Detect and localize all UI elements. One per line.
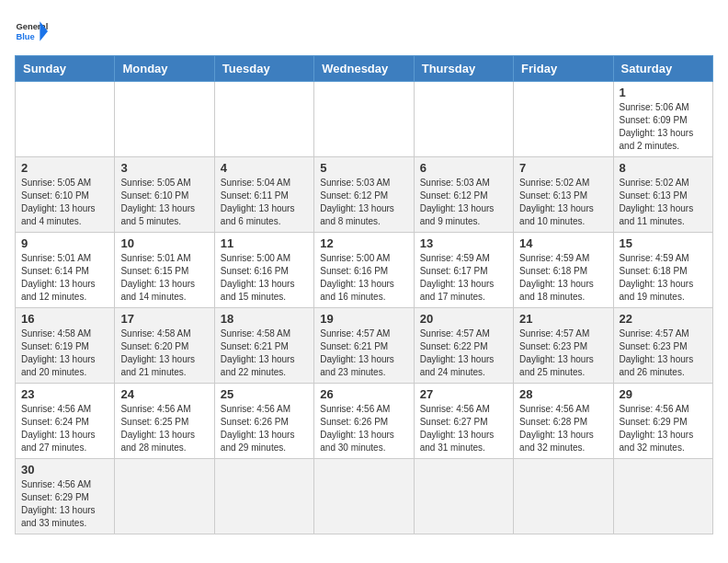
day-info: Sunrise: 4:59 AM Sunset: 6:17 PM Dayligh… xyxy=(420,252,507,304)
day-number: 13 xyxy=(420,236,507,250)
day-info: Sunrise: 5:05 AM Sunset: 6:10 PM Dayligh… xyxy=(120,177,208,228)
day-info: Sunrise: 5:00 AM Sunset: 6:16 PM Dayligh… xyxy=(221,252,308,304)
day-info: Sunrise: 5:02 AM Sunset: 6:13 PM Dayligh… xyxy=(519,177,607,228)
calendar-cell: 3Sunrise: 5:05 AM Sunset: 6:10 PM Daylig… xyxy=(115,157,214,233)
day-info: Sunrise: 4:57 AM Sunset: 6:23 PM Dayligh… xyxy=(519,327,607,379)
calendar-cell: 22Sunrise: 4:57 AM Sunset: 6:23 PM Dayli… xyxy=(613,308,712,384)
day-number: 23 xyxy=(21,387,108,401)
svg-text:Blue: Blue xyxy=(16,32,34,41)
calendar-cell: 29Sunrise: 4:56 AM Sunset: 6:29 PM Dayli… xyxy=(613,384,712,459)
day-number: 27 xyxy=(420,387,507,401)
calendar-cell xyxy=(414,459,513,534)
calendar-week-row: 16Sunrise: 4:58 AM Sunset: 6:19 PM Dayli… xyxy=(16,308,713,384)
calendar-cell: 21Sunrise: 4:57 AM Sunset: 6:23 PM Dayli… xyxy=(514,308,613,384)
calendar-cell: 6Sunrise: 5:03 AM Sunset: 6:12 PM Daylig… xyxy=(414,157,513,233)
calendar-cell: 27Sunrise: 4:56 AM Sunset: 6:27 PM Dayli… xyxy=(414,384,513,459)
day-info: Sunrise: 4:56 AM Sunset: 6:24 PM Dayligh… xyxy=(21,403,108,454)
calendar-cell: 25Sunrise: 4:56 AM Sunset: 6:26 PM Dayli… xyxy=(214,384,313,459)
day-info: Sunrise: 4:56 AM Sunset: 6:27 PM Dayligh… xyxy=(420,403,507,454)
calendar-week-row: 23Sunrise: 4:56 AM Sunset: 6:24 PM Dayli… xyxy=(16,384,713,459)
calendar-cell xyxy=(314,82,414,157)
calendar-table: SundayMondayTuesdayWednesdayThursdayFrid… xyxy=(15,55,713,534)
weekday-header-monday: Monday xyxy=(115,56,214,82)
calendar-cell: 5Sunrise: 5:03 AM Sunset: 6:12 PM Daylig… xyxy=(314,157,414,233)
calendar-cell: 8Sunrise: 5:02 AM Sunset: 6:13 PM Daylig… xyxy=(613,157,712,233)
calendar-week-row: 9Sunrise: 5:01 AM Sunset: 6:14 PM Daylig… xyxy=(16,233,713,308)
calendar-cell: 28Sunrise: 4:56 AM Sunset: 6:28 PM Dayli… xyxy=(514,384,613,459)
calendar-cell: 13Sunrise: 4:59 AM Sunset: 6:17 PM Dayli… xyxy=(414,233,513,308)
calendar-cell xyxy=(115,82,214,157)
calendar-cell xyxy=(115,459,214,534)
day-info: Sunrise: 5:01 AM Sunset: 6:14 PM Dayligh… xyxy=(21,252,108,304)
calendar-body: 1Sunrise: 5:06 AM Sunset: 6:09 PM Daylig… xyxy=(16,82,713,534)
calendar-cell xyxy=(613,459,712,534)
calendar-cell: 23Sunrise: 4:56 AM Sunset: 6:24 PM Dayli… xyxy=(16,384,115,459)
calendar-cell: 2Sunrise: 5:05 AM Sunset: 6:10 PM Daylig… xyxy=(16,157,115,233)
calendar-cell xyxy=(214,459,313,534)
day-info: Sunrise: 5:00 AM Sunset: 6:16 PM Dayligh… xyxy=(320,252,407,304)
calendar-cell: 12Sunrise: 5:00 AM Sunset: 6:16 PM Dayli… xyxy=(314,233,414,308)
calendar-cell: 15Sunrise: 4:59 AM Sunset: 6:18 PM Dayli… xyxy=(613,233,712,308)
day-number: 2 xyxy=(21,161,108,175)
day-number: 15 xyxy=(620,236,707,250)
day-number: 19 xyxy=(320,312,407,326)
day-number: 28 xyxy=(519,387,607,401)
day-info: Sunrise: 4:57 AM Sunset: 6:21 PM Dayligh… xyxy=(320,327,407,379)
calendar-week-row: 1Sunrise: 5:06 AM Sunset: 6:09 PM Daylig… xyxy=(16,82,713,157)
calendar-cell: 1Sunrise: 5:06 AM Sunset: 6:09 PM Daylig… xyxy=(613,82,712,157)
calendar-cell: 18Sunrise: 4:58 AM Sunset: 6:21 PM Dayli… xyxy=(214,308,313,384)
weekday-header-friday: Friday xyxy=(514,56,613,82)
calendar-week-row: 30Sunrise: 4:56 AM Sunset: 6:29 PM Dayli… xyxy=(16,459,713,534)
calendar-header-row: SundayMondayTuesdayWednesdayThursdayFrid… xyxy=(16,56,713,82)
day-info: Sunrise: 4:58 AM Sunset: 6:21 PM Dayligh… xyxy=(221,327,308,379)
day-info: Sunrise: 4:56 AM Sunset: 6:25 PM Dayligh… xyxy=(120,403,208,454)
day-number: 12 xyxy=(320,236,407,250)
calendar-cell: 24Sunrise: 4:56 AM Sunset: 6:25 PM Dayli… xyxy=(115,384,214,459)
day-number: 24 xyxy=(120,387,208,401)
day-number: 22 xyxy=(620,312,707,326)
day-number: 6 xyxy=(420,161,507,175)
day-info: Sunrise: 4:56 AM Sunset: 6:29 PM Dayligh… xyxy=(21,478,108,530)
day-info: Sunrise: 5:02 AM Sunset: 6:13 PM Dayligh… xyxy=(620,177,707,228)
calendar-cell xyxy=(514,459,613,534)
day-number: 18 xyxy=(221,312,308,326)
day-number: 7 xyxy=(519,161,607,175)
day-number: 4 xyxy=(221,161,308,175)
day-info: Sunrise: 4:59 AM Sunset: 6:18 PM Dayligh… xyxy=(620,252,707,304)
day-info: Sunrise: 4:59 AM Sunset: 6:18 PM Dayligh… xyxy=(519,252,607,304)
day-info: Sunrise: 4:56 AM Sunset: 6:29 PM Dayligh… xyxy=(620,403,707,454)
calendar-cell: 17Sunrise: 4:58 AM Sunset: 6:20 PM Dayli… xyxy=(115,308,214,384)
logo: General Blue xyxy=(15,15,48,48)
day-info: Sunrise: 5:04 AM Sunset: 6:11 PM Dayligh… xyxy=(221,177,308,228)
day-number: 8 xyxy=(620,161,707,175)
weekday-header-tuesday: Tuesday xyxy=(214,56,313,82)
calendar-week-row: 2Sunrise: 5:05 AM Sunset: 6:10 PM Daylig… xyxy=(16,157,713,233)
day-info: Sunrise: 5:03 AM Sunset: 6:12 PM Dayligh… xyxy=(420,177,507,228)
day-number: 21 xyxy=(519,312,607,326)
weekday-header-sunday: Sunday xyxy=(16,56,115,82)
calendar-cell: 10Sunrise: 5:01 AM Sunset: 6:15 PM Dayli… xyxy=(115,233,214,308)
day-number: 17 xyxy=(120,312,208,326)
day-info: Sunrise: 4:58 AM Sunset: 6:19 PM Dayligh… xyxy=(21,327,108,379)
calendar-cell xyxy=(414,82,513,157)
weekday-header-saturday: Saturday xyxy=(613,56,712,82)
calendar-cell xyxy=(16,82,115,157)
day-number: 11 xyxy=(221,236,308,250)
day-info: Sunrise: 4:58 AM Sunset: 6:20 PM Dayligh… xyxy=(120,327,208,379)
day-number: 9 xyxy=(21,236,108,250)
day-number: 5 xyxy=(320,161,407,175)
calendar-cell xyxy=(514,82,613,157)
day-info: Sunrise: 5:06 AM Sunset: 6:09 PM Dayligh… xyxy=(620,101,707,153)
day-info: Sunrise: 5:01 AM Sunset: 6:15 PM Dayligh… xyxy=(120,252,208,304)
day-info: Sunrise: 4:57 AM Sunset: 6:22 PM Dayligh… xyxy=(420,327,507,379)
day-number: 25 xyxy=(221,387,308,401)
day-info: Sunrise: 4:56 AM Sunset: 6:28 PM Dayligh… xyxy=(519,403,607,454)
day-number: 10 xyxy=(120,236,208,250)
day-info: Sunrise: 5:03 AM Sunset: 6:12 PM Dayligh… xyxy=(320,177,407,228)
calendar-cell: 4Sunrise: 5:04 AM Sunset: 6:11 PM Daylig… xyxy=(214,157,313,233)
day-info: Sunrise: 4:56 AM Sunset: 6:26 PM Dayligh… xyxy=(320,403,407,454)
day-number: 26 xyxy=(320,387,407,401)
day-number: 30 xyxy=(21,463,108,477)
calendar-cell: 14Sunrise: 4:59 AM Sunset: 6:18 PM Dayli… xyxy=(514,233,613,308)
calendar-cell: 11Sunrise: 5:00 AM Sunset: 6:16 PM Dayli… xyxy=(214,233,313,308)
